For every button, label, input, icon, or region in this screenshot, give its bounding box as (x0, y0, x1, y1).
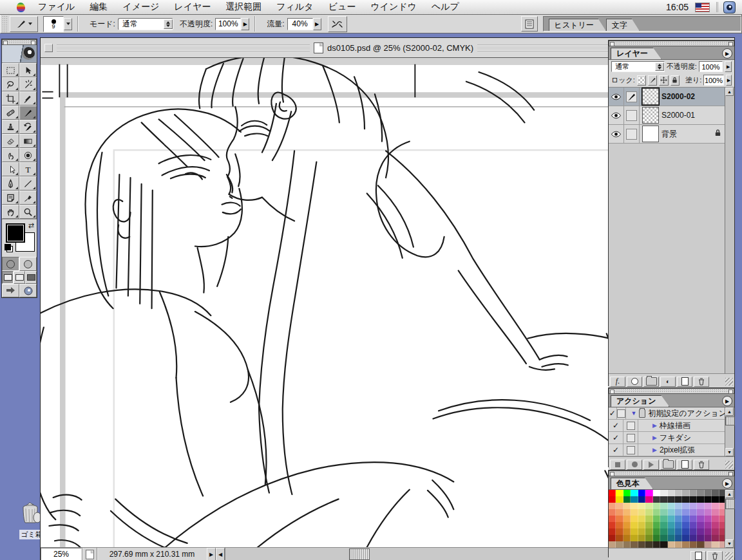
swatch[interactable] (705, 516, 712, 522)
swatch[interactable] (631, 535, 638, 541)
swatch[interactable] (609, 528, 616, 535)
layer-visibility-toggle[interactable] (609, 125, 624, 143)
layer-fill-input[interactable]: 100% (703, 75, 723, 86)
swatch[interactable] (705, 509, 712, 516)
swatch[interactable] (668, 496, 675, 503)
swatch[interactable] (616, 528, 623, 535)
tool-rectangular-marquee-tool[interactable] (2, 63, 19, 77)
swatch[interactable] (616, 535, 623, 541)
swatch[interactable] (623, 522, 631, 528)
swatch[interactable] (609, 496, 616, 503)
swatch[interactable] (668, 535, 675, 541)
swatch[interactable] (682, 496, 689, 503)
tool-lasso-tool[interactable] (2, 77, 19, 91)
brush-size-preview[interactable]: 9 (43, 16, 64, 32)
swatch[interactable] (638, 503, 645, 509)
swatch[interactable] (653, 503, 660, 509)
swatch[interactable] (712, 516, 719, 522)
actions-scrollbar[interactable]: ▲ ▼ (725, 407, 734, 456)
tool-hand-tool[interactable] (2, 205, 19, 219)
swatch[interactable] (712, 541, 719, 548)
action-row[interactable]: ✓ ▶ 2pixel拡張 (609, 444, 727, 456)
fullscreen-menubar-button[interactable] (14, 271, 25, 284)
swatch[interactable] (638, 535, 645, 541)
swatch[interactable] (712, 509, 719, 516)
tool-zoom-tool[interactable] (19, 205, 37, 219)
swatch[interactable] (638, 528, 645, 535)
tool-notes-tool[interactable] (2, 191, 19, 205)
layer-row[interactable]: S2000-01 (609, 106, 727, 125)
layer-thumbnail[interactable] (642, 107, 659, 124)
swatch[interactable] (623, 541, 631, 548)
layer-name[interactable]: S2000-01 (661, 111, 695, 120)
action-dialog-toggle[interactable] (623, 444, 638, 456)
action-label[interactable]: 枠線描画 (660, 420, 690, 431)
scroll-thumb[interactable] (725, 416, 735, 425)
swatch[interactable] (645, 541, 652, 548)
swatch[interactable] (705, 503, 712, 509)
layers-menu-arrow-icon[interactable]: ▶ (722, 48, 732, 59)
menu-編集[interactable]: 編集 (90, 1, 108, 13)
swatch[interactable] (616, 541, 623, 548)
swatch[interactable] (653, 509, 660, 516)
menu-イメージ[interactable]: イメージ (122, 1, 159, 13)
menu-ビュー[interactable]: ビュー (328, 1, 356, 13)
scroll-up-arrow[interactable]: ▲ (725, 490, 734, 498)
swatch[interactable] (712, 490, 719, 496)
swatch[interactable] (682, 522, 689, 528)
swatch[interactable] (616, 490, 623, 496)
tool-slice-tool[interactable] (19, 91, 37, 106)
action-row[interactable]: ✓ ▶ フキダシ (609, 432, 727, 444)
standard-screen-button[interactable] (2, 271, 14, 284)
new-swatch-button[interactable] (690, 551, 706, 560)
scroll-down-arrow[interactable]: ▼ (725, 448, 734, 456)
lock-position-button[interactable] (659, 75, 668, 86)
blend-mode-select[interactable]: 通常 (118, 18, 173, 30)
layer-visibility-toggle[interactable] (609, 88, 624, 106)
action-check-toggle[interactable]: ✓ (609, 407, 617, 419)
tab-actions[interactable]: アクション (611, 395, 669, 407)
layer-opacity-arrow[interactable]: ▶ (725, 61, 732, 72)
expand-triangle-icon[interactable]: ▶ (652, 422, 657, 429)
swatches-menu-arrow-icon[interactable]: ▶ (722, 478, 732, 489)
swatch[interactable] (653, 516, 660, 522)
layers-scrollbar[interactable]: ▲ (725, 88, 734, 373)
delete-action-button[interactable] (694, 460, 709, 470)
swatch[interactable] (660, 535, 667, 541)
tool-preset-picker[interactable] (10, 16, 38, 32)
play-button[interactable] (643, 460, 659, 470)
resize-grip[interactable] (725, 378, 733, 386)
action-row[interactable]: ✓ ▼ 初期設定のアクション (609, 407, 727, 420)
menu-選択範囲[interactable]: 選択範囲 (225, 1, 262, 13)
swatch[interactable] (653, 496, 660, 503)
tab-character[interactable]: 文字 (606, 19, 640, 31)
swatch[interactable] (623, 490, 631, 496)
swatch[interactable] (645, 528, 652, 535)
swatch[interactable] (712, 503, 719, 509)
lock-all-button[interactable] (671, 75, 680, 86)
tool-smudge-tool[interactable] (2, 148, 19, 162)
tool-clone-stamp-tool[interactable] (2, 120, 19, 134)
tool-magic-wand-tool[interactable] (19, 77, 37, 91)
swatch[interactable] (682, 541, 689, 548)
layer-row[interactable]: S2000-02 (609, 88, 727, 106)
new-set-button[interactable] (660, 460, 676, 470)
swatch[interactable] (645, 490, 652, 496)
swatch[interactable] (675, 528, 682, 535)
swatch[interactable] (705, 490, 712, 496)
swatch[interactable] (712, 535, 719, 541)
tool-pen-tool[interactable] (2, 176, 19, 191)
swatch[interactable] (645, 516, 652, 522)
action-row[interactable]: ✓ ▶ 枠線描画 (609, 420, 727, 432)
swatch[interactable] (660, 490, 667, 496)
swatch[interactable] (631, 541, 638, 548)
tab-swatches[interactable]: 色見本 (611, 478, 653, 489)
foreground-color-swatch[interactable] (6, 223, 25, 243)
swatch[interactable] (623, 528, 631, 535)
options-bar-grip[interactable] (2, 15, 7, 32)
palette-well-toggle[interactable] (521, 16, 538, 32)
swatch[interactable] (675, 490, 682, 496)
swatch[interactable] (668, 522, 675, 528)
swatch[interactable] (623, 516, 631, 522)
status-popup-arrow[interactable]: ▶ (207, 548, 216, 560)
